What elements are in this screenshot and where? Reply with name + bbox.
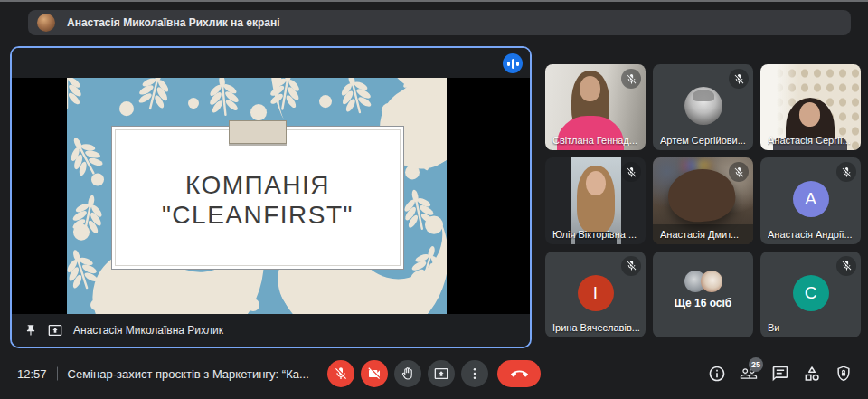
participant-tile-anastasiia-a[interactable]: А Анастасія Андрії... <box>760 157 861 243</box>
window-top-edge <box>0 0 868 2</box>
control-bar: 12:57 Семінар-захист проєктів з Маркетин… <box>0 348 868 399</box>
presenting-banner-label: Анастасія Миколаївна Рихлик на екрані <box>67 16 280 29</box>
end-call-icon <box>511 366 528 383</box>
participant-initial-avatar: А <box>793 181 829 217</box>
participant-initial-avatar: І <box>578 275 614 311</box>
shared-screen-viewport: КОМПАНІЯ "CLEANFIRST" <box>12 78 530 314</box>
overflow-avatar-2 <box>701 271 722 292</box>
activities-icon <box>803 365 821 383</box>
shared-screen-presenter-name: Анастасія Миколаївна Рихлик <box>73 324 223 337</box>
participant-name: Артем Сергійови... <box>660 135 746 146</box>
participant-name: Юлія Вікторівна ... <box>552 229 637 240</box>
meeting-info: 12:57 Семінар-захист проєктів з Маркетин… <box>17 367 309 381</box>
more-participants-tile[interactable]: Ще 16 осіб <box>653 252 753 337</box>
slide-title-line2: "CLEANFIRST" <box>162 201 354 230</box>
divider <box>57 367 58 381</box>
mic-off-icon <box>621 162 641 182</box>
camera-off-icon <box>367 366 382 381</box>
host-controls-button[interactable] <box>835 365 853 383</box>
mic-off-icon <box>836 256 856 276</box>
shared-screen-tile[interactable]: КОМПАНІЯ "CLEANFIRST" Анастасія Миколаїв… <box>10 46 532 348</box>
meeting-title: Семінар-захист проєктів з Маркетингу: “К… <box>68 367 309 381</box>
participant-name: Світлана Геннад... <box>552 135 637 146</box>
participant-photo-avatar <box>684 87 722 125</box>
mic-off-icon <box>621 256 641 276</box>
call-controls <box>327 360 541 387</box>
participant-tile-iryna[interactable]: І Ірина Вячеславів... <box>545 252 646 337</box>
overflow-avatars <box>684 271 722 292</box>
chat-icon <box>771 365 789 383</box>
presenter-avatar <box>37 14 55 32</box>
more-options-icon <box>467 366 482 381</box>
shared-screen-letterbox-top <box>12 48 530 78</box>
mic-off-icon <box>621 69 641 89</box>
info-icon <box>708 365 726 383</box>
mic-off-icon <box>836 162 856 182</box>
participant-name: Анастасія Дмит... <box>660 229 739 240</box>
participant-tile-yuliia[interactable]: Юлія Вікторівна ... <box>545 157 646 243</box>
participants-grid: Світлана Геннад... Артем Сергійови... Ан… <box>545 64 861 337</box>
participant-tile-svitlana[interactable]: Світлана Геннад... <box>545 64 646 150</box>
participant-name: Ірина Вячеславів... <box>552 322 640 333</box>
raise-hand-button[interactable] <box>394 360 421 387</box>
participant-tile-anastasiia-s[interactable]: Анастасія Сергії... <box>760 64 861 150</box>
participants-count-badge: 25 <box>749 357 763 372</box>
more-participants-label: Ще 16 осіб <box>653 297 753 309</box>
participant-initial-avatar: С <box>793 275 829 311</box>
participant-name: Анастасія Сергії... <box>768 135 851 146</box>
activities-button[interactable] <box>803 365 821 383</box>
present-button[interactable] <box>428 360 455 387</box>
slide-title-line1: КОМПАНІЯ <box>162 171 354 200</box>
presentation-slide: КОМПАНІЯ "CLEANFIRST" <box>67 78 447 314</box>
chat-panel-button[interactable] <box>771 365 789 383</box>
participant-name: Ви <box>768 322 779 333</box>
presenting-icon <box>48 323 62 337</box>
pin-icon <box>24 324 37 337</box>
slide-card-tab <box>229 120 287 144</box>
participant-name: Анастасія Андрії... <box>768 229 853 240</box>
meeting-details-button[interactable] <box>708 365 726 383</box>
raise-hand-icon <box>401 366 415 381</box>
mic-off-icon <box>334 366 348 381</box>
present-icon <box>434 366 448 381</box>
people-panel-button[interactable]: 25 <box>740 365 758 383</box>
mic-off-icon <box>729 162 749 182</box>
participant-tile-you[interactable]: С Ви <box>760 252 861 337</box>
slide-title: КОМПАНІЯ "CLEANFIRST" <box>162 171 354 229</box>
leave-call-button[interactable] <box>497 360 541 387</box>
clock: 12:57 <box>17 367 47 381</box>
mic-off-icon <box>729 69 749 89</box>
host-controls-icon <box>835 365 853 383</box>
slide-title-card: КОМПАНІЯ "CLEANFIRST" <box>111 126 404 270</box>
camera-toggle-button[interactable] <box>361 360 388 387</box>
shared-screen-info-bar: Анастасія Миколаївна Рихлик <box>12 314 530 347</box>
mic-toggle-button[interactable] <box>327 360 354 387</box>
participant-tile-artem[interactable]: Артем Сергійови... <box>653 64 753 150</box>
participant-tile-anastasiia-d[interactable]: Анастасія Дмит... <box>653 157 753 243</box>
panel-controls: 25 <box>708 365 853 383</box>
more-options-button[interactable] <box>461 360 488 387</box>
audio-activity-icon <box>503 53 523 73</box>
presenting-banner: Анастасія Миколаївна Рихлик на екрані <box>28 10 851 35</box>
